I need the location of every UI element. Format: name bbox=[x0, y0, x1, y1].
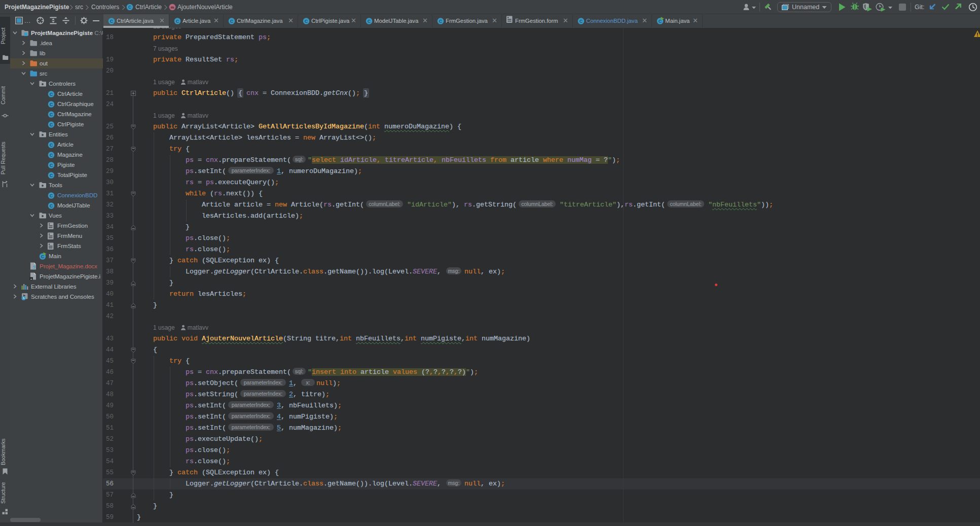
svg-text:C: C bbox=[50, 122, 53, 127]
svg-text:C: C bbox=[176, 19, 179, 24]
svg-text:C: C bbox=[50, 153, 53, 158]
svg-text:C: C bbox=[305, 19, 308, 24]
svg-text:C: C bbox=[579, 19, 583, 24]
svg-text:C: C bbox=[50, 102, 53, 107]
svg-text:C: C bbox=[50, 173, 53, 178]
svg-text:C: C bbox=[50, 203, 53, 208]
svg-text:C: C bbox=[50, 92, 53, 97]
svg-text:C: C bbox=[50, 143, 53, 148]
svg-text:m: m bbox=[170, 5, 174, 10]
svg-text:C: C bbox=[50, 193, 53, 198]
svg-text:C: C bbox=[230, 19, 234, 24]
svg-text:C: C bbox=[50, 112, 53, 117]
svg-text:C: C bbox=[110, 19, 114, 24]
svg-text:C: C bbox=[50, 163, 53, 168]
svg-text:C: C bbox=[128, 5, 131, 10]
svg-text:C: C bbox=[439, 19, 443, 24]
svg-text:?: ? bbox=[32, 265, 35, 271]
svg-text:C: C bbox=[368, 19, 371, 24]
